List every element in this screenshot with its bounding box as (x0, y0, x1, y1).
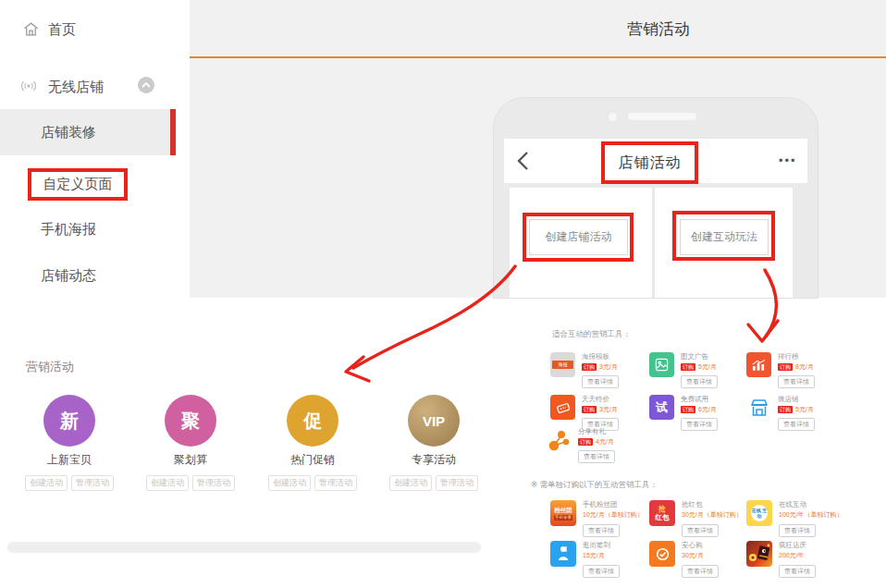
tool-price: 100元/年（单独订购） (779, 510, 886, 520)
card-label: 上新宝贝 (13, 452, 126, 468)
manage-activity-button[interactable]: 管理活动 (314, 475, 357, 491)
status-badge: 订购 (582, 406, 597, 413)
tool-name: 疯狂店庆 (779, 541, 886, 549)
card-label: 热门促销 (256, 452, 369, 468)
status-badge: 订购 (778, 406, 793, 413)
status-badge: 订购 (582, 363, 597, 371)
online-interaction-icon: 在线 互动 (746, 500, 772, 526)
tool-price: 200元/年 (779, 551, 886, 560)
view-detail-button[interactable]: 查看详情 (578, 450, 615, 463)
sidebar-item-shop-feed[interactable]: 店铺动态 (41, 267, 96, 285)
home-icon (22, 20, 40, 38)
view-detail-button[interactable]: 查看详情 (681, 375, 718, 388)
arrow-right-head (748, 321, 778, 341)
new-items-badge: 新 (43, 395, 95, 447)
annotation-box-create-activity (523, 213, 634, 262)
marketing-card-juhuasuan: 聚 聚划算 创建活动 管理活动 (134, 395, 247, 491)
fans-club-icon: 粉丝团 手机专享 (550, 500, 576, 526)
marketing-card-vip: VIP 专享活动 创建活动 管理活动 (377, 395, 490, 491)
suitable-tools-heading: 适合互动的营销工具： (552, 329, 631, 340)
manage-activity-button[interactable]: 管理活动 (71, 475, 114, 491)
collapse-button[interactable] (138, 77, 154, 93)
create-activity-button[interactable]: 创建活动 (25, 475, 68, 491)
promo-badge: 促 (287, 395, 338, 447)
page: 首页 无线店铺 店铺装修 自定义页面 手机海报 店铺动态 营销活动 •• (0, 0, 886, 588)
chevron-up-icon (142, 81, 151, 89)
sidebar-item-label: 店铺装修 (41, 124, 96, 140)
tool-price: 4元/月 (596, 437, 614, 447)
tool-item[interactable]: 微店铺 订购5元/月 查看详情 (746, 395, 886, 431)
card-label: 聚划算 (134, 452, 247, 468)
tool-price: 3元/月 (599, 405, 618, 414)
status-badge: 订购 (578, 438, 593, 446)
tool-price: 5元/月 (795, 405, 814, 414)
active-indicator (170, 109, 176, 155)
red-packet-icon: 抢 红包 (649, 500, 675, 526)
header-accent-line (190, 56, 886, 58)
view-detail-button[interactable]: 查看详情 (779, 524, 816, 537)
view-detail-button[interactable]: 查看详情 (778, 418, 815, 431)
check-pin-icon (649, 541, 675, 567)
back-icon[interactable] (516, 151, 529, 171)
view-detail-button[interactable]: 查看详情 (682, 565, 719, 578)
annotation-box-custom-page: 自定义页面 (28, 168, 128, 201)
manage-activity-button[interactable]: 管理活动 (192, 475, 235, 491)
tool-item[interactable]: 疯狂店庆 200元/年 查看详情 (746, 541, 886, 578)
marketing-card-promo: 促 热门促销 创建活动 管理活动 (256, 395, 369, 491)
marketing-section-title: 营销活动 (26, 359, 74, 375)
tool-item[interactable]: 在线 互动 在线互动 100元/年（单独订购） 查看详情 (746, 500, 886, 537)
marketing-card-new: 新 上新宝贝 创建活动 管理活动 (13, 395, 126, 491)
section-divider-bar (7, 542, 481, 553)
page-title: 营销活动 (585, 18, 732, 40)
phone-nav-title: 店铺活动 (619, 153, 682, 173)
sidebar-item-label[interactable]: 首页 (48, 21, 76, 39)
order-tools-heading: ※ 需单独订购以下的互动营销工具： (531, 480, 658, 491)
broadcast-icon (19, 78, 38, 94)
view-detail-button[interactable]: 查看详情 (779, 565, 816, 578)
tool-name: 微店铺 (778, 395, 886, 403)
image-ad-icon (649, 352, 674, 377)
ranking-chart-icon (746, 352, 771, 377)
vip-badge: VIP (408, 395, 460, 447)
tool-price: 5元/月 (698, 362, 717, 372)
more-menu-icon[interactable]: ••• (779, 153, 797, 167)
tool-name: 分享有礼 (578, 427, 689, 435)
tool-name: 在线互动 (779, 500, 886, 508)
status-badge: 订购 (681, 406, 695, 413)
storefront-icon (746, 395, 771, 420)
manage-activity-button[interactable]: 管理活动 (436, 475, 478, 491)
sidebar-item-custom-page[interactable]: 自定义页面 (43, 176, 113, 193)
tool-item[interactable]: 分享有礼 订购4元/月 查看详情 (547, 427, 689, 463)
view-detail-button[interactable]: 查看详情 (778, 375, 815, 388)
annotation-box-shop-activity: 店铺活动 (601, 141, 698, 184)
tool-price: 3元/月 (599, 362, 618, 372)
status-badge: 订购 (778, 363, 793, 371)
sidebar-item-shop-decoration[interactable]: 店铺装修 (0, 109, 176, 155)
create-activity-button[interactable]: 创建活动 (146, 475, 189, 491)
tool-item[interactable]: 排行榜 订购8元/月 查看详情 (746, 352, 886, 388)
view-detail-button[interactable]: 查看详情 (583, 524, 620, 537)
card-label: 专享活动 (377, 452, 490, 468)
view-detail-button[interactable]: 查看详情 (682, 524, 719, 537)
phone-speaker (628, 113, 696, 120)
phone-camera-dot (609, 113, 617, 121)
view-detail-button[interactable]: 查看详情 (583, 565, 620, 578)
view-detail-button[interactable]: 查看详情 (582, 375, 619, 388)
tool-price: 6元/月 (698, 405, 717, 414)
tool-name: 排行榜 (778, 352, 886, 361)
arrow-left-head (346, 357, 369, 381)
free-trial-icon: 试 (649, 395, 674, 420)
crazy-sale-icon (746, 541, 772, 567)
sidebar: 首页 无线店铺 店铺装修 自定义页面 手机海报 店铺动态 (0, 0, 176, 307)
status-badge: 订购 (681, 363, 695, 371)
create-activity-button[interactable]: 创建活动 (268, 475, 311, 491)
juhuasuan-badge: 聚 (165, 395, 216, 447)
poster-template-icon: 海报 (550, 352, 575, 377)
sidebar-item-label[interactable]: 无线店铺 (48, 79, 104, 96)
annotation-box-create-interactive (672, 211, 775, 261)
sidebar-item-mobile-poster[interactable]: 手机海报 (41, 221, 96, 239)
checkin-person-icon (550, 541, 576, 567)
share-nodes-icon (547, 427, 572, 452)
create-activity-button[interactable]: 创建活动 (389, 475, 432, 491)
daily-deal-icon (550, 395, 575, 420)
